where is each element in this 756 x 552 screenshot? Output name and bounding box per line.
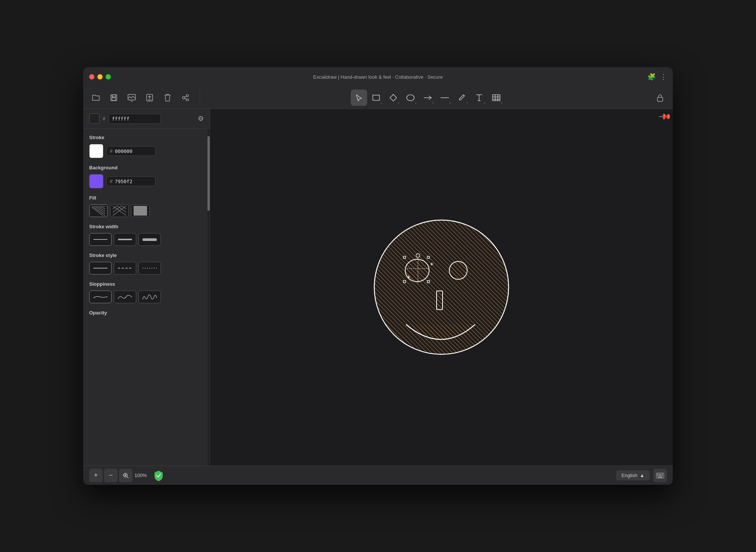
svg-rect-2 [112,98,116,100]
delete-button[interactable] [159,90,176,106]
share-button[interactable] [177,90,194,106]
svg-rect-68 [660,474,661,475]
sloppiness-high[interactable] [138,291,161,303]
svg-line-14 [185,98,186,99]
fill-crosshatch[interactable] [110,204,129,217]
stroke-width-options [89,233,202,246]
stroke-style-solid[interactable] [89,262,112,275]
sidebar-scrollbar[interactable] [207,129,210,465]
stroke-style-section: Stroke style [89,253,202,275]
opacity-section: Opacity [89,310,202,316]
tool-text[interactable]: 8 [471,90,487,106]
tool-pencil[interactable]: 7 [454,90,470,106]
sloppiness-options [89,291,202,303]
minimize-button[interactable] [97,74,103,79]
stroke-style-dotted[interactable] [138,262,161,275]
canvas-color-row: # ⚙ [83,109,210,129]
menu-icon[interactable]: ⋮ [660,73,667,81]
svg-point-56 [449,261,467,279]
zoom-fit-button[interactable] [119,469,132,482]
svg-rect-42 [134,206,147,216]
sloppiness-medium[interactable] [114,291,136,303]
fill-solid[interactable] [131,204,150,217]
maximize-button[interactable] [106,74,111,79]
svg-rect-73 [662,475,663,476]
language-label: English [621,473,637,478]
window-title: Excalidraw | Hand-drawn look & feel · Co… [313,74,443,80]
stroke-style-label: Stroke style [89,253,202,258]
zoom-in-button[interactable]: + [89,469,103,482]
canvas-color-swatch[interactable] [89,113,100,124]
export-image-button[interactable] [124,90,140,106]
extensions-icon[interactable]: 🧩 [647,73,656,81]
background-color-swatch[interactable] [89,174,103,188]
background-label: Background [89,165,202,170]
svg-rect-69 [662,474,663,475]
background-section: Background # [89,165,202,188]
canvas-content [210,109,673,465]
export-button[interactable] [141,90,158,106]
tool-line[interactable]: 6 [437,90,453,106]
lock-button[interactable] [652,90,668,106]
canvas-drawing [352,198,531,377]
sloppiness-low[interactable] [89,291,112,303]
toolbar-file-actions [88,90,200,106]
canvas-color-input[interactable] [109,114,161,124]
stroke-style-dashed[interactable] [114,262,136,275]
keyboard-button[interactable] [653,469,667,482]
language-button[interactable]: English ▲ [616,470,650,480]
toolbar: 1 2 3 [83,87,673,109]
sloppiness-section: Sloppiness [89,281,202,303]
stroke-color-input[interactable] [115,148,152,154]
tool-select[interactable]: 1 [351,90,367,106]
stroke-color-input-row: # [106,146,156,156]
background-row: # [89,174,202,188]
tool-image[interactable]: 9 [488,90,504,106]
open-button[interactable] [88,90,104,106]
sidebar-scroll-container: Stroke # Background [83,129,210,465]
close-button[interactable] [89,74,94,79]
opacity-label: Opacity [89,310,202,316]
fill-hatch[interactable] [89,204,108,217]
svg-rect-70 [657,475,658,476]
tool-diamond[interactable]: 3 [385,90,402,106]
tool-arrow[interactable]: 5 [419,90,436,106]
tool-ellipse[interactable]: 4 [402,90,419,106]
stroke-style-options [89,262,202,275]
save-button[interactable] [106,90,122,106]
sidebar-scrollbar-thumb [207,136,210,211]
zoom-out-button[interactable]: − [104,469,118,482]
stroke-row: # [89,144,202,158]
bottom-bar: + − 100% [83,465,673,485]
stroke-width-section: Stroke width [89,224,202,246]
stroke-section: Stroke # [89,135,202,158]
tool-rectangle[interactable]: 2 [368,90,384,106]
stroke-width-medium[interactable] [114,233,136,246]
svg-rect-71 [659,475,660,476]
svg-rect-57 [437,291,443,310]
svg-point-10 [182,97,185,99]
shield-button[interactable] [152,469,165,482]
svg-rect-27 [657,97,663,101]
color-settings-button[interactable]: ⚙ [198,115,204,123]
svg-rect-74 [658,477,662,478]
stroke-color-swatch[interactable] [89,144,103,158]
chevron-up-icon: ▲ [640,473,644,478]
language-selector: English ▲ [616,469,667,482]
canvas-area[interactable]: 📌 [210,109,673,465]
traffic-lights [89,74,111,79]
svg-rect-67 [659,474,660,475]
zoom-level[interactable]: 100% [134,473,147,478]
background-color-input[interactable] [115,179,152,184]
fill-section: Fill [89,195,202,217]
background-color-input-row: # [106,176,156,186]
svg-rect-15 [373,95,379,100]
stroke-width-label: Stroke width [89,224,202,229]
stroke-width-thin[interactable] [89,233,112,246]
stroke-label: Stroke [89,135,202,140]
svg-rect-22 [493,95,500,101]
stroke-width-thick[interactable] [138,233,161,246]
fill-options [89,204,202,217]
titlebar: Excalidraw | Hand-drawn look & feel · Co… [83,67,673,87]
zoom-controls: + − 100% [89,469,165,482]
